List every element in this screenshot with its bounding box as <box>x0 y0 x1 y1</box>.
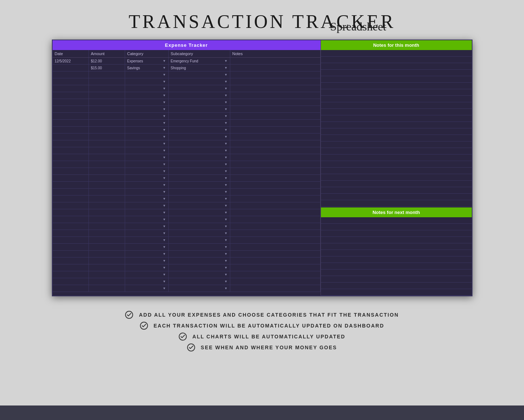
table-row[interactable]: ▼ ▼ <box>53 182 321 189</box>
cell-subcategory-empty[interactable]: ▼ <box>169 251 230 257</box>
cell-category-empty[interactable]: ▼ <box>125 230 169 236</box>
cell-category-empty[interactable]: ▼ <box>125 258 169 264</box>
cell-category-empty[interactable]: ▼ <box>125 278 169 285</box>
table-row[interactable]: ▼ ▼ <box>53 216 321 223</box>
note-row[interactable] <box>321 200 472 207</box>
cell-category-2[interactable]: Savings▼ <box>125 65 169 71</box>
note-row[interactable] <box>321 96 472 102</box>
cell-subcategory-empty[interactable]: ▼ <box>169 182 230 188</box>
note-row[interactable] <box>321 250 472 256</box>
table-row[interactable]: ▼ ▼ <box>53 127 321 133</box>
note-row[interactable] <box>321 256 472 263</box>
table-row[interactable]: ▼ ▼ <box>53 92 321 99</box>
cell-subcategory-empty[interactable]: ▼ <box>169 230 230 236</box>
cell-category-empty[interactable]: ▼ <box>125 147 169 154</box>
cell-subcategory-empty[interactable]: ▼ <box>169 120 230 126</box>
cell-category-empty[interactable]: ▼ <box>125 140 169 147</box>
cell-subcategory-empty[interactable]: ▼ <box>169 258 230 264</box>
table-row[interactable]: ▼ ▼ <box>53 78 321 85</box>
table-row[interactable]: ▼ ▼ <box>53 244 321 251</box>
cell-category-empty[interactable]: ▼ <box>125 195 169 202</box>
note-row[interactable] <box>321 63 472 70</box>
table-row[interactable]: 12/5/2022 $12.00 Expenses▼ Emergency Fun… <box>53 58 321 65</box>
note-row[interactable] <box>321 243 472 250</box>
note-row[interactable] <box>321 122 472 128</box>
note-row[interactable] <box>321 224 472 230</box>
table-row[interactable]: ▼ ▼ <box>53 85 321 92</box>
table-row[interactable]: ▼ ▼ <box>53 209 321 216</box>
table-row[interactable]: ▼ ▼ <box>53 189 321 195</box>
note-row[interactable] <box>321 168 472 174</box>
note-row[interactable] <box>321 109 472 115</box>
note-row[interactable] <box>321 155 472 161</box>
note-row[interactable] <box>321 76 472 83</box>
note-row[interactable] <box>321 194 472 200</box>
note-row[interactable] <box>321 115 472 122</box>
table-row[interactable]: ▼ ▼ <box>53 133 321 140</box>
cell-category-empty[interactable]: ▼ <box>125 78 169 85</box>
table-row[interactable]: ▼ ▼ <box>53 271 321 278</box>
cell-category-empty[interactable]: ▼ <box>125 120 169 126</box>
note-row[interactable] <box>321 181 472 187</box>
cell-subcategory-empty[interactable]: ▼ <box>169 161 230 168</box>
table-row[interactable]: ▼ ▼ <box>53 251 321 258</box>
note-row[interactable] <box>321 289 472 296</box>
note-row[interactable] <box>321 83 472 89</box>
note-row[interactable] <box>321 174 472 181</box>
table-row[interactable]: ▼ ▼ <box>53 147 321 154</box>
cell-subcategory-empty[interactable]: ▼ <box>169 92 230 99</box>
cell-subcategory-empty[interactable]: ▼ <box>169 106 230 112</box>
cell-category-empty[interactable]: ▼ <box>125 85 169 92</box>
cell-category-empty[interactable]: ▼ <box>125 189 169 195</box>
table-row[interactable]: ▼ ▼ <box>53 71 321 78</box>
cell-subcategory-empty[interactable]: ▼ <box>169 264 230 271</box>
note-row[interactable] <box>321 237 472 243</box>
note-row[interactable] <box>321 269 472 276</box>
cell-subcategory-empty[interactable]: ▼ <box>169 209 230 216</box>
note-row[interactable] <box>321 70 472 76</box>
cell-subcategory-empty[interactable]: ▼ <box>169 278 230 285</box>
cell-subcategory-empty[interactable]: ▼ <box>169 195 230 202</box>
cell-category-empty[interactable]: ▼ <box>125 71 169 78</box>
note-row[interactable] <box>321 50 472 57</box>
table-row[interactable]: ▼ ▼ <box>53 113 321 120</box>
table-row[interactable]: ▼ ▼ <box>53 202 321 209</box>
cell-category-empty[interactable]: ▼ <box>125 113 169 119</box>
note-row[interactable] <box>321 217 472 224</box>
cell-category-empty[interactable]: ▼ <box>125 285 169 292</box>
cell-category-empty[interactable]: ▼ <box>125 99 169 106</box>
cell-subcategory-1[interactable]: Emergency Fund▼ <box>169 58 230 64</box>
note-row[interactable] <box>321 283 472 289</box>
cell-category-empty[interactable]: ▼ <box>125 106 169 112</box>
cell-category-empty[interactable]: ▼ <box>125 175 169 181</box>
cell-subcategory-2[interactable]: Shopping▼ <box>169 65 230 71</box>
cell-subcategory-empty[interactable]: ▼ <box>169 85 230 92</box>
cell-category-empty[interactable]: ▼ <box>125 133 169 140</box>
cell-subcategory-empty[interactable]: ▼ <box>169 244 230 250</box>
table-row[interactable]: ▼ ▼ <box>53 168 321 175</box>
table-row[interactable]: ▼ ▼ <box>53 285 321 292</box>
cell-subcategory-empty[interactable]: ▼ <box>169 147 230 154</box>
cell-subcategory-empty[interactable]: ▼ <box>169 113 230 119</box>
note-row[interactable] <box>321 148 472 155</box>
cell-category-empty[interactable]: ▼ <box>125 223 169 230</box>
table-row[interactable]: ▼ ▼ <box>53 99 321 106</box>
table-row[interactable]: ▼ ▼ <box>53 278 321 285</box>
cell-subcategory-empty[interactable]: ▼ <box>169 78 230 85</box>
note-row[interactable] <box>321 128 472 135</box>
table-row[interactable]: ▼ ▼ <box>53 161 321 168</box>
note-row[interactable] <box>321 263 472 269</box>
note-row[interactable] <box>321 276 472 283</box>
cell-category-1[interactable]: Expenses▼ <box>125 58 169 64</box>
cell-subcategory-empty[interactable]: ▼ <box>169 285 230 292</box>
cell-category-empty[interactable]: ▼ <box>125 244 169 250</box>
table-row[interactable]: ▼ ▼ <box>53 258 321 264</box>
cell-category-empty[interactable]: ▼ <box>125 251 169 257</box>
note-row[interactable] <box>321 135 472 141</box>
cell-category-empty[interactable]: ▼ <box>125 92 169 99</box>
note-row[interactable] <box>321 187 472 194</box>
cell-subcategory-empty[interactable]: ▼ <box>169 168 230 174</box>
table-row[interactable]: ▼ ▼ <box>53 154 321 161</box>
table-row[interactable]: ▼ ▼ <box>53 264 321 271</box>
table-row[interactable]: ▼ ▼ <box>53 230 321 237</box>
